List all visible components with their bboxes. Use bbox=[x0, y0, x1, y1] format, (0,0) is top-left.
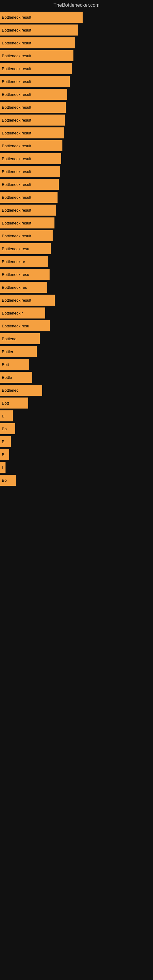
bar-row: Bottleneck re bbox=[0, 256, 153, 267]
bottleneck-bar: Bottleneck result bbox=[0, 76, 70, 87]
bar-row: Bottleneck result bbox=[0, 63, 153, 74]
bar-row: Bottleneck result bbox=[0, 102, 153, 113]
site-title: TheBottlenecker.com bbox=[0, 0, 153, 12]
bar-chart: Bottleneck resultBottleneck resultBottle… bbox=[0, 12, 153, 488]
bottleneck-bar: Bottleneck result bbox=[0, 166, 60, 177]
bottleneck-bar: Bottleneck r bbox=[0, 307, 45, 318]
bottleneck-bar: Bottlene bbox=[0, 333, 40, 344]
bar-row: Bottleneck result bbox=[0, 76, 153, 87]
bar-row: I bbox=[0, 462, 153, 473]
bar-row: Bottleneck result bbox=[0, 127, 153, 138]
bottleneck-bar: Bo bbox=[0, 423, 15, 434]
bar-row: Bott bbox=[0, 398, 153, 409]
bar-row: Bottlenec bbox=[0, 385, 153, 396]
bar-row: Bo bbox=[0, 423, 153, 434]
bottleneck-bar: Bott bbox=[0, 359, 29, 370]
bottleneck-bar: Bottleneck resu bbox=[0, 320, 50, 331]
bottleneck-bar: B bbox=[0, 436, 11, 447]
bar-row: Bottler bbox=[0, 346, 153, 357]
bottleneck-bar: Bottleneck result bbox=[0, 127, 64, 138]
bar-row: Bottle bbox=[0, 372, 153, 383]
bottleneck-bar: Bottleneck result bbox=[0, 218, 54, 229]
bottleneck-bar: Bottler bbox=[0, 346, 37, 357]
bottleneck-bar: Bottle bbox=[0, 372, 32, 383]
bar-row: B bbox=[0, 410, 153, 422]
bottleneck-bar: Bottleneck result bbox=[0, 153, 61, 164]
bar-row: Bottleneck result bbox=[0, 153, 153, 164]
bottleneck-bar: Bottleneck result bbox=[0, 205, 56, 216]
bottleneck-bar: Bottleneck re bbox=[0, 256, 48, 267]
bottleneck-bar: B bbox=[0, 410, 13, 422]
bottleneck-bar: Bottleneck result bbox=[0, 89, 67, 100]
bottleneck-bar: Bottleneck resu bbox=[0, 243, 51, 254]
bar-row: Bottleneck result bbox=[0, 166, 153, 177]
bottleneck-bar: Bottleneck res bbox=[0, 282, 47, 293]
bar-row: Bottleneck result bbox=[0, 218, 153, 229]
bottleneck-bar: Bottleneck result bbox=[0, 102, 66, 113]
bar-row: Bottleneck resu bbox=[0, 320, 153, 331]
bottleneck-bar: B bbox=[0, 449, 9, 460]
bar-row: Bottleneck result bbox=[0, 294, 153, 305]
bar-row: Bo bbox=[0, 475, 153, 486]
bar-row: Bottlene bbox=[0, 333, 153, 344]
bottleneck-bar: Bottleneck result bbox=[0, 140, 62, 151]
bottleneck-bar: Bottleneck result bbox=[0, 37, 75, 48]
bar-row: B bbox=[0, 449, 153, 460]
bar-row: Bottleneck result bbox=[0, 37, 153, 48]
bar-row: Bott bbox=[0, 359, 153, 370]
bottleneck-bar: Bottleneck result bbox=[0, 50, 73, 61]
bottleneck-bar: Bottleneck result bbox=[0, 179, 59, 190]
bottleneck-bar: Bottleneck result bbox=[0, 24, 78, 35]
bottleneck-bar: Bottleneck result bbox=[0, 115, 65, 126]
bar-row: Bottleneck r bbox=[0, 307, 153, 318]
bar-row: Bottleneck res bbox=[0, 282, 153, 293]
bottleneck-bar: Bottleneck result bbox=[0, 63, 72, 74]
bar-row: Bottleneck result bbox=[0, 115, 153, 126]
bar-row: Bottleneck result bbox=[0, 179, 153, 190]
bottleneck-bar: Bottlenec bbox=[0, 385, 42, 396]
bar-row: Bottleneck resu bbox=[0, 243, 153, 254]
bottleneck-bar: Bott bbox=[0, 398, 28, 409]
bar-row: Bottleneck result bbox=[0, 230, 153, 241]
bottleneck-bar: I bbox=[0, 462, 5, 473]
bottleneck-bar: Bottleneck result bbox=[0, 192, 57, 203]
bar-row: Bottleneck result bbox=[0, 50, 153, 61]
bar-row: B bbox=[0, 436, 153, 447]
bar-row: Bottleneck result bbox=[0, 12, 153, 23]
bottleneck-bar: Bottleneck result bbox=[0, 12, 83, 23]
page-wrapper: TheBottlenecker.com Bottleneck resultBot… bbox=[0, 0, 153, 488]
bottleneck-bar: Bottleneck result bbox=[0, 230, 53, 241]
bar-row: Bottleneck result bbox=[0, 24, 153, 35]
bottleneck-bar: Bo bbox=[0, 475, 16, 486]
bar-row: Bottleneck resu bbox=[0, 269, 153, 280]
bar-row: Bottleneck result bbox=[0, 192, 153, 203]
bottleneck-bar: Bottleneck resu bbox=[0, 269, 49, 280]
bar-row: Bottleneck result bbox=[0, 140, 153, 151]
bottleneck-bar: Bottleneck result bbox=[0, 294, 55, 305]
bar-row: Bottleneck result bbox=[0, 205, 153, 216]
bar-row: Bottleneck result bbox=[0, 89, 153, 100]
